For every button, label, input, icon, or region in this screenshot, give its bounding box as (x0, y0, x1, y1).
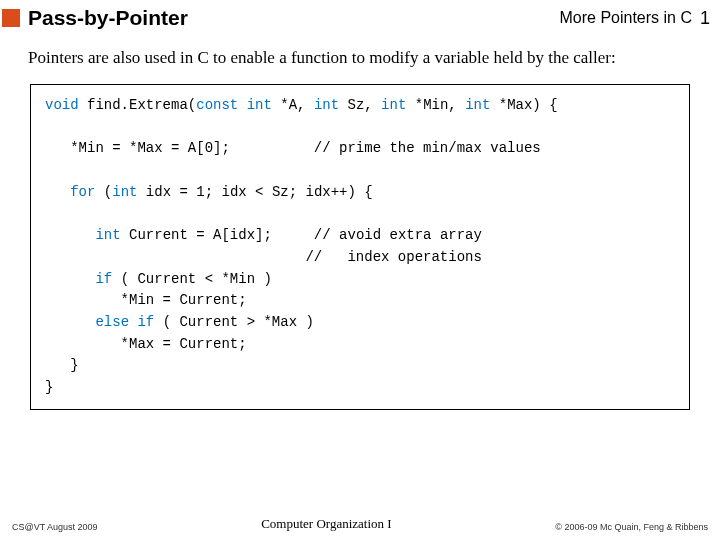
header: Pass-by-Pointer More Pointers in C 1 (0, 0, 720, 34)
code-text: Sz, (339, 97, 381, 113)
kw-int: int (381, 97, 406, 113)
kw-else-if: else if (95, 314, 154, 330)
slide-title: Pass-by-Pointer (28, 6, 559, 30)
kw-int: int (465, 97, 490, 113)
code-text (45, 227, 95, 243)
code-line: *Min = *Max = A[0]; // prime the min/max… (45, 140, 541, 156)
topic-label: More Pointers in C (559, 9, 692, 27)
code-block: void find.Extrema(const int *A, int Sz, … (30, 84, 690, 410)
kw-void: void (45, 97, 79, 113)
code-text: Current = A[idx]; // avoid extra array (121, 227, 482, 243)
footer-left: CS@VT August 2009 (12, 522, 98, 532)
code-text (45, 184, 70, 200)
kw-int: int (112, 184, 137, 200)
code-text: *Max) { (490, 97, 557, 113)
footer: CS@VT August 2009 Computer Organization … (0, 516, 720, 532)
code-text: *Min, (406, 97, 465, 113)
code-line: *Min = Current; (45, 292, 247, 308)
code-text: ( Current > *Max ) (154, 314, 314, 330)
code-text: ( (95, 184, 112, 200)
kw-for: for (70, 184, 95, 200)
code-line: // index operations (45, 249, 482, 265)
code-text (45, 271, 95, 287)
title-bullet-icon (2, 9, 20, 27)
kw-const-int: const int (196, 97, 272, 113)
code-line: } (45, 379, 53, 395)
code-text (45, 314, 95, 330)
code-text: idx = 1; idx < Sz; idx++) { (137, 184, 372, 200)
slide: Pass-by-Pointer More Pointers in C 1 Poi… (0, 0, 720, 540)
code-line: } (45, 357, 79, 373)
code-text: *A, (272, 97, 314, 113)
code-line: *Max = Current; (45, 336, 247, 352)
kw-if: if (95, 271, 112, 287)
kw-int: int (314, 97, 339, 113)
page-number: 1 (700, 8, 710, 29)
code-text: ( Current < *Min ) (112, 271, 272, 287)
footer-center: Computer Organization I (261, 516, 391, 532)
footer-right: © 2006-09 Mc Quain, Feng & Ribbens (555, 522, 708, 532)
intro-text: Pointers are also used in C to enable a … (0, 34, 720, 78)
code-text: find.Extrema( (79, 97, 197, 113)
kw-int: int (95, 227, 120, 243)
